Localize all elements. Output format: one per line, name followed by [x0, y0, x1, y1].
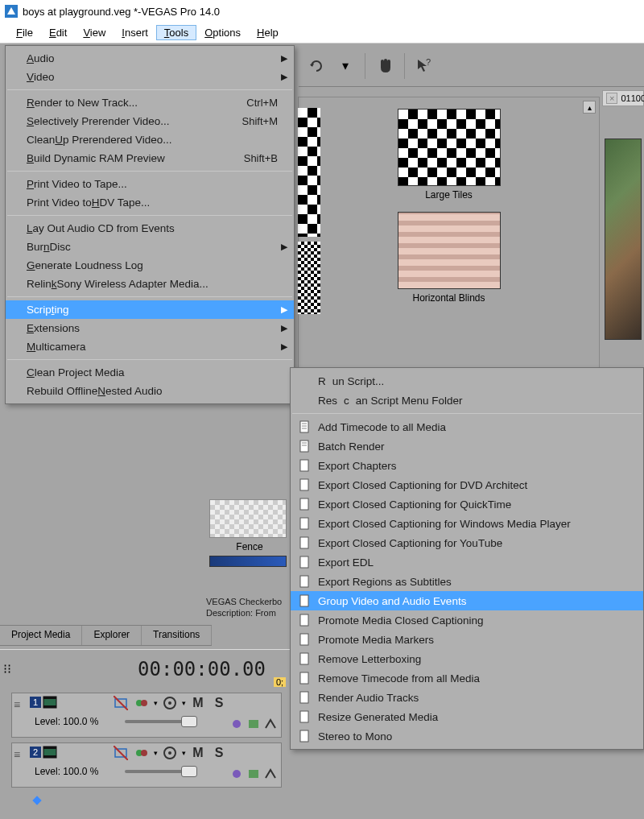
menu-item-lay-out-audio-cd[interactable]: Lay Out Audio CD from Events [6, 219, 294, 238]
hand-tool-icon[interactable] [372, 53, 398, 79]
track-motion-icon[interactable] [229, 767, 244, 784]
menu-edit[interactable]: Edit [41, 25, 75, 40]
solo-button[interactable]: S [210, 745, 228, 761]
menu-item-multicamera[interactable]: Multicamera▶ [6, 337, 294, 356]
script-icon [299, 556, 312, 569]
svg-text:?: ? [426, 57, 431, 67]
dropdown-icon[interactable]: ▾ [182, 699, 186, 707]
menu-file[interactable]: File [8, 25, 41, 40]
script-icon [299, 633, 312, 646]
menu-item-run-script[interactable]: Run Script... [291, 371, 643, 391]
script-stereo-to-mono[interactable]: Stereo to Mono [291, 726, 643, 746]
make-parent-icon[interactable] [263, 718, 278, 734]
menu-view[interactable]: View [75, 25, 114, 40]
menu-item-build-ram-preview[interactable]: Build Dynamic RAM PreviewShift+B [6, 149, 294, 168]
menu-insert[interactable]: Insert [114, 25, 156, 40]
menu-help[interactable]: Help [249, 25, 287, 40]
script-promote-markers[interactable]: Promote Media Markers [291, 630, 643, 649]
script-export-edl[interactable]: Export EDL [291, 552, 643, 572]
transition-item-horizontal-blinds[interactable]: Horizontal Blinds [385, 212, 514, 304]
bypass-fx-icon[interactable] [112, 695, 130, 711]
tab-explorer[interactable]: Explorer [82, 626, 142, 645]
track-fx-icon[interactable] [133, 695, 151, 711]
dropdown-icon[interactable]: ▾ [154, 749, 158, 757]
menu-item-print-to-hdv[interactable]: Print Video to HDV Tape... [6, 193, 294, 212]
help-pointer-icon[interactable]: ? [411, 53, 437, 79]
script-remove-timecode[interactable]: Remove Timecode from all Media [291, 668, 643, 688]
menu-separator [292, 413, 642, 414]
script-promote-cc[interactable]: Promote Media Closed Captioning [291, 610, 643, 630]
tab-project-media[interactable]: Project Media [0, 626, 82, 645]
dropdown-icon[interactable]: ▾ [154, 699, 158, 707]
tools-menu-dropdown: Audio▶ Video▶ Render to New Track...Ctrl… [5, 45, 295, 404]
level-slider[interactable] [125, 766, 197, 777]
script-group-video-audio[interactable]: Group Video and Audio Events [291, 591, 643, 610]
script-render-audio-tracks[interactable]: Render Audio Tracks [291, 688, 643, 707]
level-slider[interactable] [125, 716, 197, 727]
menu-item-rebuild-nested[interactable]: Rebuild Offline Nested Audio [6, 382, 294, 400]
script-remove-letterboxing[interactable]: Remove Letterboxing [291, 649, 643, 668]
timeline-marker[interactable]: 0; [274, 677, 286, 687]
menu-item-clean-project[interactable]: Clean Project Media [6, 363, 294, 382]
menu-options[interactable]: Options [196, 25, 249, 40]
script-resize-generated[interactable]: Resize Generated Media [291, 707, 643, 726]
transition-label: Large Tiles [425, 189, 473, 201]
mute-button[interactable]: M [189, 745, 207, 761]
menu-item-rescan-scripts[interactable]: Rescan Script Menu Folder [291, 391, 643, 410]
script-add-timecode[interactable]: Add Timecode to all Media [291, 417, 643, 436]
bypass-fx-icon[interactable] [112, 745, 130, 761]
menu-item-audio[interactable]: Audio▶ [6, 49, 294, 68]
track-controls: ▾ ▾ M S [112, 695, 228, 711]
tab-transitions[interactable]: Transitions [142, 626, 212, 645]
menu-item-relink-sony[interactable]: Relink Sony Wireless Adapter Media... [6, 275, 294, 293]
track-video-1[interactable]: ≡ 1 ▾ ▾ M S Level: 100.0 % [11, 693, 282, 738]
svg-rect-44 [300, 692, 308, 703]
title-app: VEGAS Pro 14.0 [141, 6, 220, 18]
script-export-regions-subs[interactable]: Export Regions as Subtitles [291, 572, 643, 591]
track-fx-icon[interactable] [133, 745, 151, 761]
track-controls: ▾ ▾ M S [112, 745, 228, 761]
svg-point-11 [233, 720, 241, 728]
solo-button[interactable]: S [210, 695, 228, 711]
make-parent-icon[interactable] [263, 767, 278, 784]
automation-icon[interactable] [161, 745, 179, 761]
svg-rect-45 [300, 711, 308, 722]
script-export-chapters[interactable]: Export Chapters [291, 456, 643, 475]
menu-item-extensions[interactable]: Extensions▶ [6, 319, 294, 337]
timeline-options-icon[interactable]: ⁝⁝ [3, 661, 11, 676]
dropdown-icon[interactable]: ▾ [182, 749, 186, 757]
svg-rect-37 [300, 556, 308, 568]
menu-item-print-to-tape[interactable]: Print Video to Tape... [6, 175, 294, 193]
redo-button[interactable] [303, 53, 329, 79]
close-icon[interactable]: × [606, 93, 617, 104]
script-batch-render[interactable]: Batch Render [291, 436, 643, 456]
script-icon [299, 440, 312, 453]
track-handle-icon[interactable]: ≡ [14, 698, 20, 711]
menu-item-clean-up-prerendered[interactable]: Clean Up Prerendered Video... [6, 130, 294, 149]
menu-item-burn-disc[interactable]: Burn Disc▶ [6, 238, 294, 256]
script-export-cc-qt[interactable]: Export Closed Captioning for QuickTime [291, 494, 643, 514]
compositing-mode-icon[interactable] [246, 718, 261, 734]
track-handle-icon[interactable]: ≡ [14, 748, 20, 761]
script-export-cc-wmp[interactable]: Export Closed Captioning for Windows Med… [291, 514, 643, 533]
transition-item-fence[interactable]: Fence [209, 499, 290, 567]
redo-dropdown-icon[interactable]: ▾ [332, 53, 358, 79]
automation-icon[interactable] [161, 695, 179, 711]
menu-item-video[interactable]: Video▶ [6, 68, 294, 86]
transition-item-large-tiles[interactable]: Large Tiles [385, 109, 514, 201]
menu-item-scripting[interactable]: Scripting▶ [6, 300, 294, 319]
track-motion-icon[interactable] [229, 718, 244, 734]
scroll-up-icon[interactable]: ▴ [583, 101, 596, 114]
script-export-cc-dvd[interactable]: Export Closed Captioning for DVD Archite… [291, 475, 643, 494]
menu-item-render-new-track[interactable]: Render to New Track...Ctrl+M [6, 93, 294, 112]
keyframe-icon[interactable] [32, 794, 42, 804]
video-preview-header: × 011000 [602, 90, 644, 106]
menu-tools[interactable]: Tools [156, 25, 196, 40]
script-export-cc-youtube[interactable]: Export Closed Captioning for YouTube [291, 533, 643, 552]
mute-button[interactable]: M [189, 695, 207, 711]
track-video-2[interactable]: ≡ 2 ▾ ▾ M S Level: 100.0 % [11, 742, 282, 788]
menu-item-loudness-log[interactable]: Generate Loudness Log [6, 256, 294, 275]
menu-item-selectively-prerender[interactable]: Selectively Prerender Video...Shift+M [6, 112, 294, 130]
timeline-timecode: 00:00:00.00 [138, 658, 266, 680]
compositing-mode-icon[interactable] [246, 767, 261, 784]
